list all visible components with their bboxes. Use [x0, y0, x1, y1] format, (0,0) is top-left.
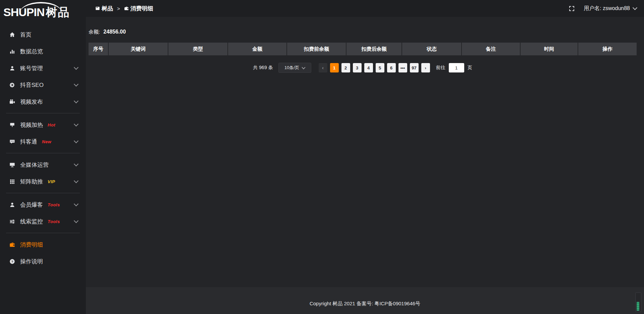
page-button-3[interactable]: 3: [353, 63, 362, 72]
page-button-6[interactable]: 6: [387, 63, 396, 72]
sidebar-item-线索监控[interactable]: 线索监控Tools: [0, 213, 86, 230]
app-logo: SHUPIN树品: [0, 0, 86, 23]
breadcrumb-separator: >: [117, 6, 120, 11]
sidebar-item-矩阵助推[interactable]: 矩阵助推VIP: [0, 173, 86, 190]
sidebar-item-抖音SEO[interactable]: 抖音SEO: [0, 76, 86, 93]
menu-divider: [6, 153, 80, 153]
copyright-text: Copyright 树品 2021 备案号: 粤ICP备09019646号: [310, 295, 420, 307]
user-icon: [9, 65, 15, 71]
user-name: zswodun88: [603, 5, 630, 11]
column-header: 类型: [168, 42, 228, 56]
table-header-row: 序号关键词类型金额扣费前余额扣费后余额状态备注时间操作: [88, 42, 637, 56]
breadcrumb-label: 树品: [102, 5, 113, 12]
chevron-down-icon: [74, 99, 78, 103]
sidebar-item-首页[interactable]: 首页: [0, 26, 86, 43]
sidebar-badge-New: New: [42, 139, 51, 144]
consumption-table: 序号关键词类型金额扣费前余额扣费后余额状态备注时间操作: [88, 42, 637, 56]
main-content: 余额: 24856.00 序号关键词类型金额扣费前余额扣费后余额状态备注时间操作…: [86, 17, 644, 73]
logo-text: SHUPIN树品: [3, 5, 70, 20]
page-button-1[interactable]: 1: [330, 63, 339, 72]
sidebar-item-全媒体运营[interactable]: 全媒体运营: [0, 156, 86, 173]
goto-label: 前往: [436, 65, 445, 71]
page-button-2[interactable]: 2: [341, 63, 350, 72]
fullscreen-icon[interactable]: [569, 5, 575, 12]
column-header: 状态: [402, 42, 462, 56]
sidebar: SHUPIN树品 首页数据总览账号管理抖音SEO视频发布视频加热Hot抖客通Ne…: [0, 0, 86, 314]
mini-scrollbar-thumb[interactable]: [637, 302, 639, 311]
matrix-icon: [9, 179, 15, 185]
sidebar-item-label: 全媒体运营: [20, 161, 49, 169]
sidebar-item-label: 矩阵助推: [20, 178, 43, 186]
balance-value: 24856.00: [103, 29, 126, 35]
chevron-down-icon: [74, 162, 78, 166]
chart-icon: [9, 49, 15, 54]
monitor-icon: [9, 162, 15, 168]
topbar-right: 用户名: zswodun88: [569, 5, 637, 12]
sidebar-item-label: 视频加热: [20, 121, 43, 129]
goto-page: 前往 页: [436, 63, 472, 72]
column-header: 关键词: [108, 42, 168, 56]
goto-page-input[interactable]: [449, 63, 464, 72]
sidebar-item-label: 抖音SEO: [20, 81, 44, 89]
page-button-4[interactable]: 4: [364, 63, 373, 72]
sidebar-item-会员爆客[interactable]: 会员爆客Tools: [0, 196, 86, 213]
chevron-down-icon: [74, 65, 78, 70]
sidebar-item-视频加热[interactable]: 视频加热Hot: [0, 116, 86, 133]
page-size-select[interactable]: 10条/页: [278, 63, 311, 73]
sidebar-item-label: 账号管理: [20, 64, 43, 72]
home-icon: [9, 32, 15, 38]
sidebar-item-数据总览[interactable]: 数据总览: [0, 43, 86, 60]
sidebar-badge-Tools: Tools: [48, 202, 60, 207]
sidebar-item-操作说明[interactable]: ?操作说明: [0, 253, 86, 270]
sidebar-badge-VIP: VIP: [48, 179, 55, 184]
logo-cn: 树品: [46, 6, 70, 18]
breadcrumb-item-shupin[interactable]: 树品: [95, 5, 113, 12]
page-button-5[interactable]: 5: [376, 63, 384, 72]
column-header: 扣费后余额: [346, 42, 402, 56]
sidebar-menu: 首页数据总览账号管理抖音SEO视频发布视频加热Hot抖客通New全媒体运营矩阵助…: [0, 26, 86, 270]
column-header: 备注: [462, 42, 520, 56]
column-header: 扣费前余额: [287, 42, 346, 56]
member-icon: [9, 202, 15, 208]
chevron-down-icon: [74, 139, 78, 143]
sidebar-item-label: 线索监控: [20, 218, 43, 225]
question-icon: ?: [9, 259, 15, 264]
sidebar-item-抖客通[interactable]: 抖客通New: [0, 133, 86, 150]
pagination: 共 969 条 10条/页 ‹123456•••97› 前往 页: [88, 63, 637, 73]
footer: Copyright 树品 2021 备案号: 粤ICP备09019646号: [86, 287, 644, 314]
pagination-total: 共 969 条: [253, 65, 273, 71]
sidebar-item-label: 数据总览: [20, 48, 43, 55]
page-size-value: 10条/页: [284, 65, 299, 71]
column-header: 操作: [578, 42, 637, 56]
sidebar-item-视频发布[interactable]: 视频发布: [0, 93, 86, 110]
sidebar-item-label: 会员爆客: [20, 201, 43, 209]
more-pages-button[interactable]: •••: [398, 63, 407, 72]
sidebar-item-label: 视频发布: [20, 98, 43, 106]
heat-icon: [9, 122, 15, 128]
prev-page-button[interactable]: ‹: [319, 63, 327, 72]
wallet-icon: [124, 6, 129, 11]
mini-scrollbar[interactable]: [635, 293, 641, 312]
chat-icon: [9, 139, 15, 145]
panel-icon: [95, 6, 100, 11]
chevron-down-icon: [302, 65, 305, 69]
chevron-down-icon: [74, 202, 78, 206]
menu-divider: [6, 113, 80, 113]
wallet-icon: [9, 242, 15, 248]
menu-divider: [6, 193, 80, 193]
sidebar-badge-Hot: Hot: [48, 122, 55, 127]
svg-text:?: ?: [11, 259, 13, 263]
sidebar-badge-Tools: Tools: [48, 219, 60, 224]
breadcrumb-item-consumption[interactable]: 消费明细: [124, 5, 153, 12]
topbar: 树品 > 消费明细 用户名: zswodun88: [86, 0, 644, 17]
sidebar-item-消费明细[interactable]: 消费明细: [0, 236, 86, 253]
next-page-button[interactable]: ›: [421, 63, 430, 72]
user-dropdown[interactable]: 用户名: zswodun88: [584, 5, 637, 12]
balance: 余额: 24856.00: [89, 29, 637, 35]
column-header: 时间: [520, 42, 578, 56]
page-button-97[interactable]: 97: [410, 63, 419, 72]
sidebar-item-label: 操作说明: [20, 258, 43, 265]
chevron-down-icon: [633, 5, 637, 10]
sidebar-item-账号管理[interactable]: 账号管理: [0, 60, 86, 76]
sidebar-item-label: 首页: [20, 31, 32, 39]
